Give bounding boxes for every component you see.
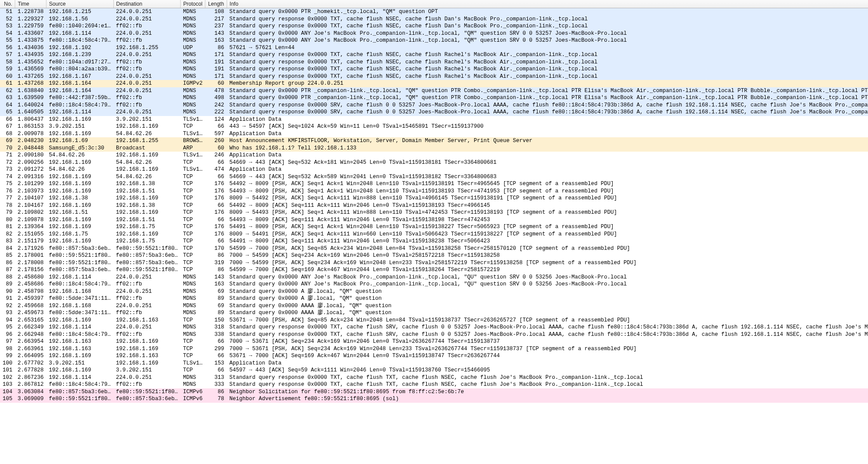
packet-row[interactable]: 661.806437192.168.1.1693.9.202.151TLSv1…… <box>0 116 868 123</box>
cell-no: 67 <box>0 123 15 130</box>
packet-row[interactable]: 992.664095192.168.1.169192.168.1.163TCP6… <box>0 352 868 360</box>
cell-no: 74 <box>0 173 15 181</box>
col-destination[interactable]: Destination <box>113 0 181 8</box>
packet-row[interactable]: 912.459397fe80::5dde:3471:11…ff02::fbMDN… <box>0 295 868 302</box>
packet-row[interactable]: 922.459668192.168.1.168224.0.0.251MDNS69… <box>0 302 868 310</box>
packet-row[interactable]: 601.437265192.168.1.167224.0.0.251MDNS17… <box>0 73 868 80</box>
packet-row[interactable]: 1043.063084fe80::857:5ba3:6eb…fe80::59:5… <box>0 388 868 396</box>
packet-row[interactable]: 1022.867236192.168.1.114224.0.0.251MDNS3… <box>0 374 868 381</box>
cell-no: 54 <box>0 30 15 37</box>
cell-time: 1.435652 <box>15 59 46 66</box>
packet-row[interactable]: 732.09127254.84.62.26192.168.1.169TLSv1…… <box>0 166 868 173</box>
cell-src: fe80::18c4:58c4:79… <box>46 281 114 288</box>
packet-row[interactable]: 581.435652fe80::104a:d917:27…ff02::fbMDN… <box>0 59 868 66</box>
packet-row[interactable]: 862.178008fe80::59:5521:1f80…fe80::857:5… <box>0 259 868 267</box>
packet-row[interactable]: 511.228738192.168.1.215224.0.0.251MDNS10… <box>0 8 868 16</box>
cell-no: 90 <box>0 288 15 295</box>
packet-row[interactable]: 722.090256192.168.1.16954.84.62.26TCP665… <box>0 159 868 166</box>
packet-row[interactable]: 842.171926fe80::857:5ba3:6eb…fe80::59:55… <box>0 245 868 252</box>
packet-row[interactable]: 671.8631533.9.202.151192.168.1.169TCP664… <box>0 123 868 130</box>
cell-no: 78 <box>0 202 15 209</box>
packet-row[interactable]: 1002.6777023.9.202.151192.168.1.169TLSv1… <box>0 360 868 367</box>
cell-time: 2.178008 <box>15 259 46 267</box>
cell-time: 2.009078 <box>15 130 46 138</box>
packet-row[interactable]: 892.458686fe80::18c4:58c4:79…ff02::fbMDN… <box>0 281 868 288</box>
packet-row[interactable]: 782.104167192.168.1.169192.168.1.38TCP66… <box>0 202 868 209</box>
packet-row[interactable]: 571.434935192.168.1.239224.0.0.251MDNS17… <box>0 51 868 59</box>
cell-src: 3.9.202.151 <box>46 360 114 367</box>
col-time[interactable]: Time <box>15 0 46 8</box>
packet-row[interactable]: 742.091316192.168.1.16954.84.62.26TCP665… <box>0 173 868 181</box>
packet-row[interactable]: 591.436569fe80::804:a2aa:b39…ff02::fbMDN… <box>0 66 868 73</box>
cell-info: 54493 → 8009 [PSH, ACK] Seq=1 Ack=1 Win=… <box>227 188 868 195</box>
cell-no: 103 <box>0 381 15 388</box>
cell-time: 2.867236 <box>15 374 46 381</box>
packet-row[interactable]: 812.139364192.168.1.169192.168.1.75TCP17… <box>0 223 868 231</box>
packet-row[interactable]: 952.662349192.168.1.114224.0.0.251MDNS31… <box>0 324 868 331</box>
cell-src: fe80::1040:2694:e1… <box>46 23 114 30</box>
cell-proto: TCP <box>181 345 205 353</box>
cell-proto: MDNS <box>181 87 205 95</box>
packet-row[interactable]: 792.109802192.168.1.51192.168.1.169TCP17… <box>0 209 868 216</box>
packet-row[interactable]: 972.663954192.168.1.163192.168.1.169TCP6… <box>0 338 868 345</box>
col-protocol[interactable]: Protocol <box>181 0 205 8</box>
packet-row[interactable]: 521.229327192.168.1.56224.0.0.251MDNS217… <box>0 16 868 23</box>
packet-row[interactable]: 631.639509fe80::442:f387:59b…ff02::fbMDN… <box>0 94 868 102</box>
packet-row[interactable]: 822.151055192.168.1.75192.168.1.169TCP17… <box>0 231 868 238</box>
cell-info: Standard query response 0x0000 TXT, cach… <box>227 16 868 23</box>
cell-time: 2.459397 <box>15 295 46 302</box>
packet-row[interactable]: 1053.069009fe80::59:5521:1f80…fe80::857:… <box>0 395 868 403</box>
packet-row[interactable]: 852.178001fe80::59:5521:1f80…fe80::857:5… <box>0 252 868 259</box>
cell-no: 92 <box>0 302 15 310</box>
col-length[interactable]: Length <box>205 0 227 8</box>
packet-row[interactable]: 1012.677828192.168.1.1693.9.202.151TCP66… <box>0 367 868 374</box>
packet-row[interactable]: 802.109878192.168.1.169192.168.1.51TCP66… <box>0 216 868 224</box>
packet-row[interactable]: 551.433875fe80::18c4:58c4:79…ff02::fbMDN… <box>0 37 868 44</box>
cell-dst: 192.168.1.169 <box>113 123 181 130</box>
packet-row[interactable]: 561.434036192.168.1.102192.168.1.255UDP8… <box>0 44 868 52</box>
cell-time: 2.090180 <box>15 152 46 159</box>
packet-row[interactable]: 872.178156fe80::857:5ba3:6eb…fe80::59:55… <box>0 266 868 274</box>
cell-proto: MDNS <box>181 94 205 102</box>
cell-src: fe80::59:5521:1f80… <box>46 395 114 403</box>
packet-row[interactable]: 942.653165192.168.1.169192.168.1.163TCP1… <box>0 317 868 324</box>
packet-row[interactable]: 752.101299192.168.1.169192.168.1.38TCP17… <box>0 180 868 188</box>
packet-row[interactable]: 1032.867812fe80::18c4:58c4:79…ff02::fbMD… <box>0 381 868 388</box>
packet-row[interactable]: 611.437268192.168.1.164224.0.0.251IGMPv2… <box>0 80 868 87</box>
packet-table-header[interactable]: No. Time Source Destination Protocol Len… <box>0 0 868 8</box>
packet-row[interactable]: 621.638840192.168.1.164224.0.0.251MDNS47… <box>0 87 868 95</box>
packet-row[interactable]: 932.459673fe80::5dde:3471:11…ff02::fbMDN… <box>0 309 868 317</box>
cell-len: 299 <box>205 345 227 353</box>
cell-src: fe80::857:5ba3:6eb… <box>46 266 114 274</box>
packet-row[interactable]: 651.640505192.168.1.114224.0.0.251MDNS22… <box>0 109 868 116</box>
col-info[interactable]: Info <box>227 0 868 8</box>
cell-proto: MDNS <box>181 66 205 73</box>
packet-row[interactable]: 531.229759fe80::1040:2694:e1…ff02::fbMDN… <box>0 23 868 30</box>
cell-info: Standard query 0x0000 PTR _companion-lin… <box>227 87 868 95</box>
packet-row[interactable]: 772.104107192.168.1.38192.168.1.169TCP17… <box>0 195 868 202</box>
cell-time: 2.178156 <box>15 266 46 274</box>
cell-dst: 224.0.0.251 <box>113 302 181 310</box>
packet-row[interactable]: 982.663961192.168.1.163192.168.1.169TCP2… <box>0 345 868 353</box>
packet-row[interactable]: 641.640024fe80::18c4:58c4:79…ff02::fbMDN… <box>0 102 868 109</box>
packet-row[interactable]: 902.458798192.168.1.168224.0.0.251MDNS69… <box>0 288 868 295</box>
cell-no: 102 <box>0 374 15 381</box>
cell-dst: ff02::fb <box>113 331 181 338</box>
packet-row[interactable]: 702.048448SamsungE_d5:3c:30BroadcastARP6… <box>0 145 868 152</box>
packet-row[interactable]: 762.103973192.168.1.169192.168.1.51TCP17… <box>0 188 868 195</box>
cell-proto: MDNS <box>181 331 205 338</box>
packet-row[interactable]: 682.009078192.168.1.16954.84.62.26TLSv1…… <box>0 130 868 138</box>
col-source[interactable]: Source <box>46 0 114 8</box>
cell-dst: 192.168.1.163 <box>113 317 181 324</box>
packet-row[interactable]: 712.09018054.84.62.26192.168.1.169TLSv1…… <box>0 152 868 159</box>
cell-dst: 192.168.1.169 <box>113 360 181 367</box>
cell-len: 338 <box>205 331 227 338</box>
cell-time: 2.171926 <box>15 245 46 252</box>
packet-row[interactable]: 832.151179192.168.1.169192.168.1.75TCP66… <box>0 238 868 245</box>
packet-row[interactable]: 962.662948fe80::18c4:58c4:79…ff02::fbMDN… <box>0 331 868 338</box>
packet-row[interactable]: 692.048230192.168.1.69192.168.1.255BROWS… <box>0 137 868 145</box>
packet-row[interactable]: 541.433607192.168.1.114224.0.0.251MDNS14… <box>0 30 868 37</box>
cell-src: 192.168.1.169 <box>46 238 114 245</box>
col-no[interactable]: No. <box>0 0 15 8</box>
packet-row[interactable]: 882.458680192.168.1.114224.0.0.251MDNS14… <box>0 274 868 281</box>
